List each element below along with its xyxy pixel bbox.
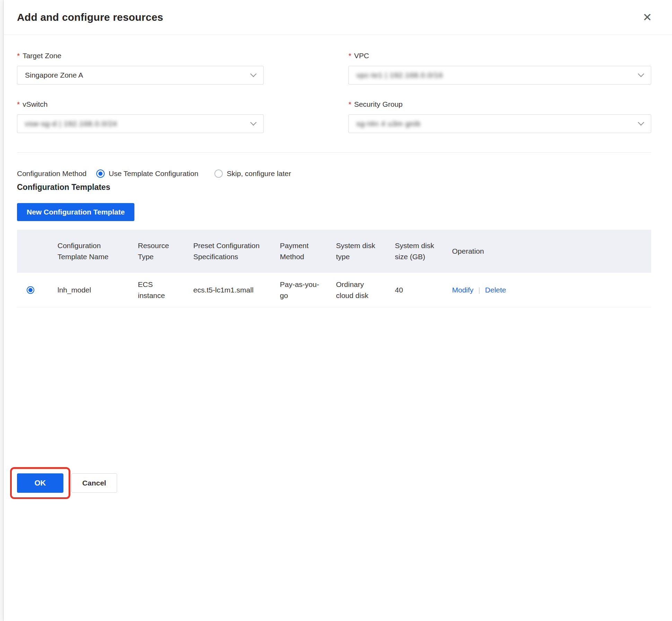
row-select-cell: [17, 281, 52, 299]
link-separator: |: [478, 286, 480, 294]
header-template-name: Configuration Template Name: [52, 235, 133, 268]
required-asterisk: *: [348, 52, 351, 60]
skip-configure-later-label: Skip, configure later: [227, 169, 291, 178]
cell-resource-type: ECS instance: [133, 273, 188, 307]
security-group-value-redacted: sg-t4n 4 u3m gnib: [356, 120, 421, 128]
section-divider: [17, 152, 651, 153]
target-zone-value: Singapore Zone A: [25, 71, 83, 79]
field-vswitch: *vSwitch vsw-sg-d | 192.168.0.0/24: [17, 100, 264, 133]
vpc-label: *VPC: [348, 51, 651, 60]
page-behind-modal: [0, 0, 3, 621]
required-asterisk: *: [348, 100, 351, 108]
table-header-row: Configuration Template Name Resource Typ…: [17, 230, 651, 273]
cell-system-disk-type: Ordinary cloud disk: [331, 273, 390, 307]
security-group-label-text: Security Group: [354, 100, 403, 108]
radio-selected-icon: [96, 169, 105, 178]
resource-form: *Target Zone Singapore Zone A *VPC vpc-t…: [17, 51, 651, 133]
field-target-zone: *Target Zone Singapore Zone A: [17, 51, 264, 85]
vpc-label-text: VPC: [354, 52, 369, 60]
vpc-value-redacted: vpc-te1 | 192.168.0.0/16: [356, 71, 443, 79]
cancel-button[interactable]: Cancel: [71, 473, 117, 493]
table-row: lnh_model ECS instance ecs.t5-lc1m1.smal…: [17, 273, 651, 307]
vswitch-label-text: vSwitch: [23, 100, 47, 108]
vpc-select[interactable]: vpc-te1 | 192.168.0.0/16: [348, 66, 651, 85]
cell-payment-method: Pay-as-you-go: [275, 273, 331, 307]
radio-use-template-configuration[interactable]: Use Template Configuration: [96, 169, 198, 178]
use-template-configuration-label: Use Template Configuration: [109, 169, 198, 178]
new-configuration-template-button[interactable]: New Configuration Template: [17, 203, 134, 221]
configuration-templates-table: Configuration Template Name Resource Typ…: [17, 230, 651, 307]
chevron-down-icon: [638, 119, 644, 125]
delete-link[interactable]: Delete: [485, 286, 506, 294]
header-select-column: [17, 246, 52, 257]
header-payment-method: Payment Method: [275, 235, 331, 268]
required-asterisk: *: [17, 52, 20, 60]
target-zone-label-text: Target Zone: [23, 52, 61, 60]
row-radio-selected[interactable]: [27, 286, 34, 294]
close-icon[interactable]: ✕: [643, 12, 652, 23]
cell-preset-spec: ecs.t5-lc1m1.small: [188, 279, 275, 301]
chevron-down-icon: [250, 119, 256, 125]
configuration-templates-heading: Configuration Templates: [17, 183, 651, 192]
vswitch-select[interactable]: vsw-sg-d | 192.168.0.0/24: [17, 114, 264, 133]
dialog-header: Add and configure resources ✕: [4, 0, 672, 35]
security-group-select[interactable]: sg-t4n 4 u3m gnib: [348, 114, 651, 133]
dialog-body: *Target Zone Singapore Zone A *VPC vpc-t…: [4, 35, 672, 307]
cell-system-disk-size: 40: [390, 279, 447, 301]
field-vpc: *VPC vpc-te1 | 192.168.0.0/16: [348, 51, 651, 85]
ok-button[interactable]: OK: [17, 473, 63, 493]
dialog-title: Add and configure resources: [17, 11, 163, 23]
header-system-disk-size: System disk size (GB): [390, 235, 447, 268]
header-system-disk-type: System disk type: [331, 235, 390, 268]
vswitch-value-redacted: vsw-sg-d | 192.168.0.0/24: [25, 120, 117, 128]
red-highlight-annotation: OK: [10, 467, 70, 499]
security-group-label: *Security Group: [348, 100, 651, 109]
cell-template-name: lnh_model: [52, 279, 133, 301]
radio-skip-configure-later[interactable]: Skip, configure later: [214, 169, 291, 178]
header-preset-configuration-specifications: Preset Configuration Specifications: [188, 235, 275, 268]
cell-operation: Modify|Delete: [447, 279, 651, 301]
chevron-down-icon: [250, 71, 256, 77]
add-configure-resources-dialog: Add and configure resources ✕ *Target Zo…: [4, 0, 672, 621]
vswitch-label: *vSwitch: [17, 100, 264, 109]
header-operation: Operation: [447, 240, 651, 262]
required-asterisk: *: [17, 100, 20, 108]
radio-unselected-icon: [214, 169, 223, 178]
configuration-method-label: Configuration Method: [17, 169, 87, 178]
configuration-method-row: Configuration Method Use Template Config…: [17, 169, 651, 178]
header-resource-type: Resource Type: [133, 235, 188, 268]
modify-link[interactable]: Modify: [452, 286, 474, 294]
target-zone-select[interactable]: Singapore Zone A: [17, 66, 264, 85]
chevron-down-icon: [638, 71, 644, 77]
dialog-footer: OK Cancel: [10, 467, 117, 499]
target-zone-label: *Target Zone: [17, 51, 264, 60]
field-security-group: *Security Group sg-t4n 4 u3m gnib: [348, 100, 651, 133]
